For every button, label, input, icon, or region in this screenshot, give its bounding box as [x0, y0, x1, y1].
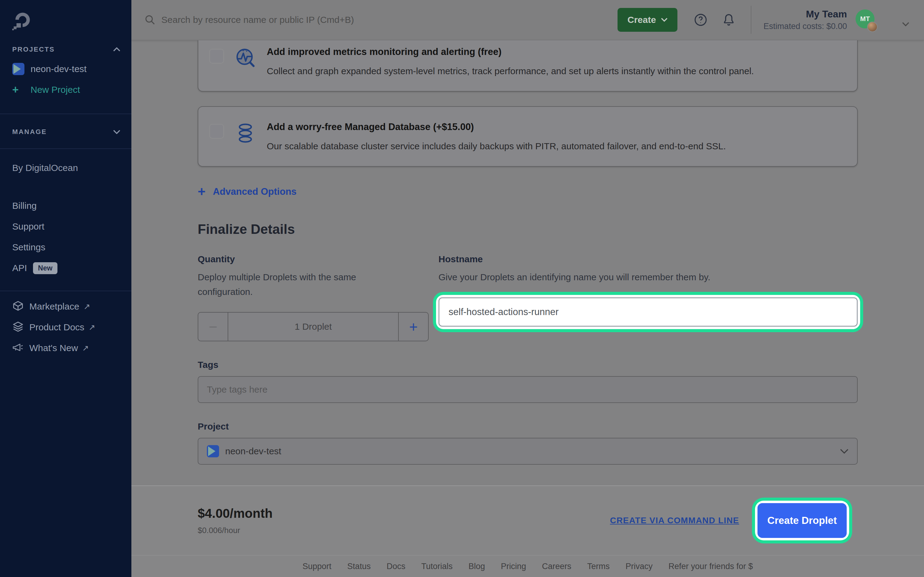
tags-input[interactable] — [198, 376, 858, 403]
search-input[interactable] — [162, 15, 418, 25]
sidebar-divider — [0, 114, 131, 114]
quantity-description: Deploy multiple Droplets with the same c… — [198, 270, 387, 299]
managed-database-checkbox[interactable] — [209, 124, 224, 139]
footer-link[interactable]: Support — [302, 562, 331, 571]
footer-link[interactable]: Docs — [386, 562, 405, 571]
whats-new-megaphone-icon — [12, 342, 24, 354]
footer-link[interactable]: Blog — [468, 562, 485, 571]
notifications-bell-icon[interactable] — [721, 13, 736, 27]
chevron-down-icon — [840, 448, 848, 454]
footer-link[interactable]: Tutorials — [422, 562, 453, 571]
chevron-down-icon — [661, 18, 668, 22]
sidebar-item-project[interactable]: neon-dev-test — [0, 59, 131, 79]
monitoring-checkbox[interactable] — [209, 49, 224, 63]
footer-link[interactable]: Careers — [542, 562, 571, 571]
user-photo-avatar — [867, 22, 877, 32]
advanced-options-toggle[interactable]: + Advanced Options — [198, 185, 858, 198]
sidebar-item-marketplace[interactable]: Marketplace ↗ — [0, 296, 131, 317]
api-label: API — [12, 263, 27, 273]
sidebar-item-support[interactable]: Support — [0, 216, 131, 237]
external-link-arrow-icon: ↗ — [83, 302, 90, 311]
sidebar-item-billing[interactable]: Billing — [0, 195, 131, 216]
finalize-details-heading: Finalize Details — [198, 222, 858, 237]
main-area: Create My Team Estimated costs: $0 — [131, 0, 924, 577]
hostname-input[interactable] — [438, 297, 858, 327]
addon-title: Add a worry-free Managed Database (+$15.… — [267, 121, 726, 132]
addon-card-monitoring: Add improved metrics monitoring and aler… — [198, 40, 858, 92]
sidebar-item-whats-new[interactable]: What's New ↗ — [0, 338, 131, 358]
quantity-section: Quantity Deploy multiple Droplets with t… — [198, 254, 429, 341]
sidebar-project-label: neon-dev-test — [31, 64, 86, 74]
whats-new-label: What's New — [29, 343, 78, 353]
projects-header-label: PROJECTS — [12, 45, 55, 53]
price-summary: $4.00/month $0.006/hour — [198, 506, 273, 535]
billing-label: Billing — [12, 201, 37, 211]
sidebar-item-api[interactable]: API New — [0, 258, 131, 279]
sidebar-item-product-docs[interactable]: Product Docs ↗ — [0, 317, 131, 338]
footer-link[interactable]: Privacy — [625, 562, 653, 571]
sidebar-projects-header[interactable]: PROJECTS — [0, 40, 131, 59]
sidebar-manage-header[interactable]: MANAGE — [0, 123, 131, 141]
tags-section: Tags — [198, 359, 858, 403]
chevron-down-icon[interactable] — [902, 22, 909, 27]
hostname-highlight-ring — [438, 297, 858, 327]
sidebar-item-by-digitalocean[interactable]: By DigitalOcean — [0, 158, 131, 178]
project-icon — [207, 445, 219, 457]
tags-label: Tags — [198, 359, 858, 370]
chevron-down-icon — [113, 130, 120, 134]
price-per-hour: $0.006/hour — [198, 526, 273, 535]
new-project-label: New Project — [31, 85, 80, 95]
project-label: Project — [198, 421, 858, 432]
external-link-arrow-icon: ↗ — [82, 343, 89, 353]
hostname-section: Hostname Give your Droplets an identifyi… — [438, 254, 858, 341]
search-icon — [145, 15, 155, 25]
project-section: Project neon-dev-test — [198, 421, 858, 465]
support-label: Support — [12, 221, 44, 232]
footer-link[interactable]: Pricing — [501, 562, 526, 571]
product-docs-layers-icon — [12, 321, 24, 333]
product-docs-label: Product Docs — [29, 322, 84, 332]
create-droplet-highlight-ring: Create Droplet — [758, 503, 847, 538]
hostname-label: Hostname — [438, 254, 858, 264]
digitalocean-logo-icon — [12, 12, 32, 32]
quantity-label: Quantity — [198, 254, 429, 264]
droplet-create-form: Add improved metrics monitoring and aler… — [131, 40, 924, 485]
top-bar-divider — [751, 6, 751, 34]
create-label: Create — [627, 15, 656, 25]
sidebar-divider — [0, 148, 131, 149]
database-icon — [234, 121, 257, 145]
project-icon — [12, 63, 24, 75]
price-per-month: $4.00/month — [198, 506, 273, 521]
manage-header-label: MANAGE — [12, 128, 47, 136]
top-bar: Create My Team Estimated costs: $0 — [131, 0, 924, 40]
footer-link[interactable]: Status — [347, 562, 371, 571]
sidebar-new-project-button[interactable]: + New Project — [0, 79, 131, 100]
quantity-decrease-button[interactable]: − — [198, 313, 228, 341]
plus-icon: + — [12, 83, 31, 96]
create-menu-button[interactable]: Create — [617, 8, 677, 32]
advanced-options-label: Advanced Options — [213, 186, 297, 197]
estimated-costs: Estimated costs: $0.00 — [764, 21, 847, 32]
global-search — [145, 15, 617, 25]
quantity-stepper: − 1 Droplet + — [198, 312, 429, 341]
sidebar-item-settings[interactable]: Settings — [0, 237, 131, 258]
create-droplet-button[interactable]: Create Droplet — [758, 503, 847, 538]
addon-description: Our scalable database cluster service in… — [267, 141, 726, 152]
team-name: My Team — [764, 8, 847, 21]
chevron-up-icon — [113, 47, 120, 52]
create-action-bar: $4.00/month $0.006/hour CREATE VIA COMMA… — [131, 485, 924, 555]
marketplace-cube-icon — [12, 301, 24, 312]
project-select[interactable]: neon-dev-test — [198, 438, 858, 465]
team-info[interactable]: My Team Estimated costs: $0.00 — [764, 8, 847, 32]
footer-link[interactable]: Refer your friends for $ — [669, 562, 753, 571]
footer-link[interactable]: Terms — [587, 562, 610, 571]
help-icon[interactable] — [693, 13, 708, 27]
create-via-command-line-link[interactable]: CREATE VIA COMMAND LINE — [610, 516, 739, 525]
quantity-increase-button[interactable]: + — [398, 313, 428, 341]
api-new-badge: New — [33, 262, 57, 274]
account-menu[interactable]: MT — [856, 8, 876, 32]
footer: Support Status Docs Tutorials Blog Prici… — [131, 555, 924, 577]
plus-icon: + — [198, 185, 206, 198]
addon-title: Add improved metrics monitoring and aler… — [267, 47, 754, 57]
quantity-value: 1 Droplet — [228, 313, 398, 341]
